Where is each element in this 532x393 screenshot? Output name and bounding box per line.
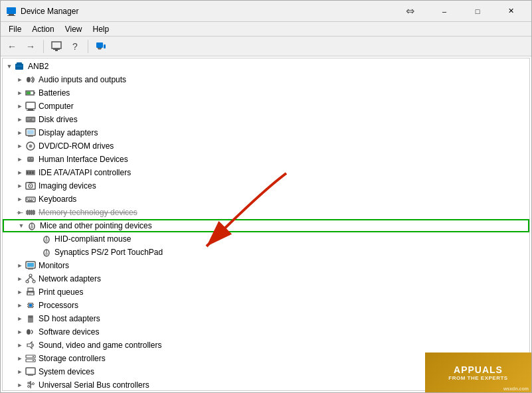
list-item[interactable]: ► HID-compliant mouse (3, 232, 529, 246)
imaging-label: Imaging devices (39, 181, 96, 191)
toolbar-properties[interactable] (48, 39, 65, 54)
svg-rect-2 (7, 15, 15, 16)
list-item[interactable]: ► DVD/CD-ROM drives (3, 139, 529, 153)
expand-icon: ► (15, 366, 25, 377)
ide-icon (25, 167, 36, 178)
svg-rect-11 (17, 62, 22, 64)
svg-rect-62 (28, 268, 33, 270)
sound-label: Sound, video and game controllers (39, 341, 161, 350)
svg-rect-22 (27, 118, 31, 119)
menu-action[interactable]: Action (27, 23, 59, 35)
svg-rect-35 (29, 171, 31, 174)
svg-point-64 (29, 274, 32, 277)
list-item[interactable]: ► Processors (3, 299, 529, 312)
menu-help[interactable]: Help (88, 23, 115, 35)
svg-rect-31 (29, 158, 30, 159)
expand-icon: ► (15, 114, 25, 125)
list-item[interactable]: ► Monitors (3, 259, 529, 272)
expand-icon: ► (15, 194, 25, 204)
list-item[interactable]: ► Software devices (3, 325, 529, 339)
list-item[interactable]: ► Display adapters (3, 126, 529, 139)
svg-point-83 (27, 329, 31, 335)
maximize-button[interactable]: □ (462, 1, 493, 21)
list-item[interactable]: ► Memory technology devices (3, 206, 529, 219)
svg-rect-36 (32, 171, 34, 174)
svg-rect-79 (33, 304, 34, 305)
list-item[interactable]: ► Human Interface Devices (3, 153, 529, 166)
svg-point-39 (30, 185, 31, 187)
keyboard-icon (25, 194, 36, 204)
list-item[interactable]: ► SD host adapters (3, 312, 529, 325)
dvd-label: DVD/CD-ROM drives (39, 141, 114, 151)
minimize-button[interactable]: – (429, 1, 460, 21)
memory-icon (25, 207, 36, 218)
toolbar-sep-1 (43, 40, 44, 53)
root-label: ANB2 (28, 62, 48, 71)
list-item[interactable]: ► Print queues (3, 285, 529, 299)
svg-rect-18 (28, 109, 33, 110)
mice-expand-icon: ▼ (16, 220, 27, 231)
list-item[interactable]: ► Disk drives (3, 113, 529, 126)
list-item[interactable]: ► Imaging devices (3, 179, 529, 193)
expand-icon: ► (15, 353, 25, 364)
device-tree: ▼ ANB2 ► (2, 58, 530, 391)
list-item[interactable]: ► Computer (3, 100, 529, 113)
list-item[interactable]: ► Audio inputs and outputs (3, 73, 529, 86)
toolbar-help[interactable]: ? (66, 39, 84, 54)
svg-rect-40 (29, 182, 33, 183)
computer-label: Computer (39, 102, 74, 111)
svg-rect-73 (29, 294, 31, 295)
menu-file[interactable]: File (3, 23, 27, 35)
list-item[interactable]: ► Network adapters (3, 272, 529, 285)
toolbar-back[interactable]: ← (3, 39, 21, 54)
expand-icon: ► (15, 380, 25, 390)
expand-icon: ► (15, 101, 25, 112)
svg-point-29 (30, 145, 31, 147)
svg-point-94 (28, 386, 30, 388)
close-button[interactable]: ✕ (495, 1, 526, 21)
toolbar-forward[interactable]: → (22, 39, 39, 54)
synaptics-item[interactable]: ► Synaptics PS/2 Port TouchPad (3, 246, 529, 259)
list-item[interactable]: ► IDE ATA/ATAPI controllers (3, 166, 529, 179)
expand-icon: ► (15, 167, 25, 178)
svg-rect-32 (31, 158, 33, 159)
menu-view[interactable]: View (60, 23, 88, 35)
software-label: Software devices (39, 327, 99, 337)
svg-rect-25 (28, 135, 33, 137)
disk-icon (25, 114, 36, 125)
mice-item[interactable]: ▼ Mice and other pointing devices (3, 219, 529, 232)
processor-icon (25, 300, 36, 311)
svg-rect-89 (26, 368, 35, 374)
svg-point-54 (31, 226, 33, 229)
svg-line-68 (31, 277, 34, 280)
list-item[interactable]: ► Sound, video and game controllers (3, 339, 529, 352)
tree-root-item[interactable]: ▼ ANB2 (3, 60, 529, 73)
touchpad-icon (41, 247, 52, 258)
sound-icon (25, 340, 36, 351)
svg-rect-12 (16, 66, 23, 66)
list-item[interactable]: ► Batteries (3, 86, 529, 100)
expand-icon: ► (15, 141, 25, 151)
restore-icon: ⇔ (406, 5, 414, 17)
title-bar: Device Manager ⇔ – □ ✕ (1, 1, 531, 22)
network-label: Network adapters (39, 274, 101, 283)
monitors-label: Monitors (39, 261, 69, 270)
svg-rect-82 (29, 316, 33, 318)
network-icon (25, 274, 36, 284)
tree-root: ▼ ANB2 ► (3, 58, 529, 391)
svg-point-57 (45, 239, 48, 242)
svg-rect-5 (55, 50, 58, 51)
list-item[interactable]: ► Keyboards (3, 193, 529, 206)
toolbar-device[interactable] (92, 39, 110, 54)
expand-icon: ► (15, 181, 25, 191)
svg-rect-30 (27, 157, 34, 162)
svg-rect-4 (53, 48, 60, 50)
appuals-watermark: APPUALS FROM THE EXPERTS wsxdn.com (425, 353, 531, 392)
svg-rect-42 (27, 198, 28, 200)
svg-rect-43 (29, 198, 30, 200)
usb-icon (25, 380, 36, 390)
svg-rect-10 (15, 64, 23, 70)
svg-rect-1 (9, 14, 14, 15)
svg-rect-63 (27, 263, 34, 267)
svg-rect-45 (33, 198, 34, 200)
